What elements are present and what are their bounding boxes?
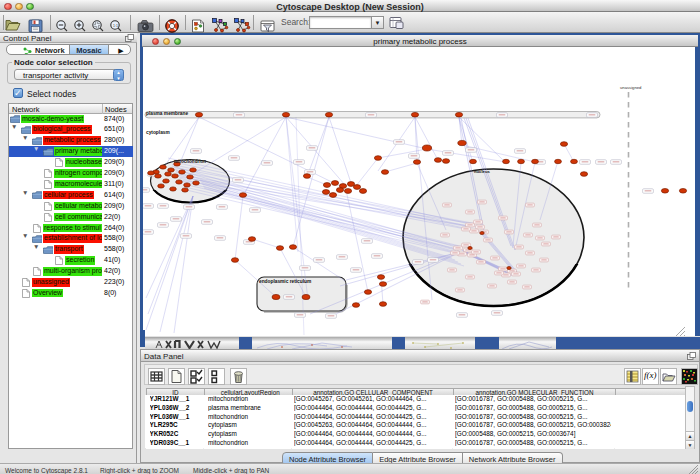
svg-text:plasma membrane: plasma membrane: [146, 111, 188, 116]
svg-text:unassigned: unassigned: [620, 85, 642, 90]
svg-text:cytoplasm: cytoplasm: [146, 130, 170, 135]
svg-text:mitochondrion: mitochondrion: [174, 159, 206, 164]
svg-text:endoplasmic reticulum: endoplasmic reticulum: [259, 279, 311, 284]
svg-text:nucleus: nucleus: [474, 169, 490, 174]
svg-text:1:1: 1:1: [113, 24, 118, 28]
